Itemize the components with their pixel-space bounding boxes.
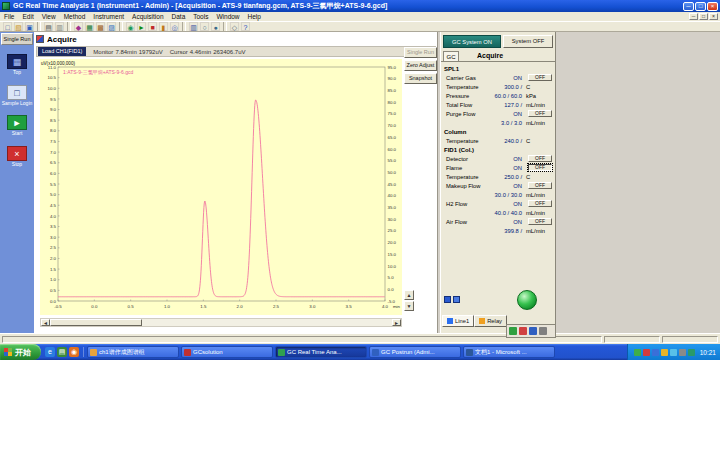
instrument-monitor-icon[interactable]: ▥ — [189, 22, 198, 31]
chromatogram-chart: 0.00.51.01.52.02.53.03.54.04.55.05.56.06… — [40, 59, 402, 315]
menu-file[interactable]: File — [0, 13, 18, 20]
channel-selector[interactable]: Load CH1(FID1) — [38, 47, 86, 56]
panel-tab-line1[interactable]: Line1 — [442, 315, 474, 327]
mdi-restore-button[interactable]: □ — [699, 13, 708, 20]
start-button[interactable]: 开始 — [0, 344, 41, 360]
maximize-button[interactable]: □ — [695, 2, 706, 11]
ime-language-bar[interactable] — [506, 324, 556, 338]
sidebar-item-stop[interactable]: ×Stop — [0, 146, 34, 168]
sidebar-item-start[interactable]: ►Start — [0, 115, 34, 137]
menu-help[interactable]: Help — [244, 13, 265, 20]
snapshot-icon[interactable]: ◎ — [170, 22, 179, 31]
panel-tab-relay[interactable]: Relay — [474, 315, 507, 327]
snapshot-button[interactable]: Snapshot — [404, 73, 437, 84]
new-file-icon[interactable]: □ — [3, 22, 12, 31]
task-app-icon — [90, 349, 97, 356]
close-button[interactable]: × — [707, 2, 718, 11]
title-bar[interactable]: GC Real Time Analysis 1 (Instrument1 - A… — [0, 0, 720, 12]
batch-table-icon[interactable]: ▩ — [96, 22, 105, 31]
param-row: DetectorONOFF — [442, 154, 555, 163]
menu-data[interactable]: Data — [168, 13, 190, 20]
param-air-flow-off-button[interactable]: OFF — [528, 218, 552, 225]
taskbar: 开始 e▤◉ ch1谱作成图谱组GCsolutionGC Real Time A… — [0, 344, 720, 360]
stop-icon[interactable]: ■ — [148, 22, 157, 31]
status-bar — [0, 333, 720, 344]
param-flame-off-button[interactable]: OFF — [528, 164, 552, 171]
menu-tools[interactable]: Tools — [189, 13, 212, 20]
taskbar-task-2[interactable]: GCsolution — [181, 346, 273, 358]
ime-tray-icon — [643, 349, 650, 356]
scale-up-button[interactable]: ▲ — [404, 290, 414, 300]
menu-edit[interactable]: Edit — [18, 13, 37, 20]
start-icon[interactable]: ► — [137, 22, 146, 31]
mdi-close-button[interactable]: × — [709, 13, 718, 20]
chart-horizontal-scrollbar[interactable]: ◄ ► — [40, 318, 402, 327]
ime-keyboard-icon[interactable] — [539, 327, 547, 335]
method-wizard-icon[interactable]: ◆ — [74, 22, 83, 31]
zoom-out-icon[interactable]: ● — [211, 22, 220, 31]
ime-shape-icon[interactable] — [519, 327, 527, 335]
taskbar-task-3[interactable]: GC Real Time Ana... — [275, 346, 367, 358]
open-file-icon[interactable]: ▧ — [14, 22, 23, 31]
sidebar-item-top[interactable]: ▦Top — [0, 54, 34, 76]
menu-window[interactable]: Window — [212, 13, 243, 20]
taskbar-task-5[interactable]: 文档1 - Microsoft ... — [463, 346, 555, 358]
taskbar-task-4[interactable]: GC Postrun (Admi... — [369, 346, 461, 358]
param-makeup-flow-off-button[interactable]: OFF — [528, 182, 552, 189]
zoom-in-icon[interactable]: ○ — [200, 22, 209, 31]
monitor-label: Monitor — [93, 49, 113, 55]
antivirus-tray-icon — [634, 349, 641, 356]
assistant-bar-title[interactable]: Single Run — [1, 33, 33, 45]
gc-system-on-button[interactable]: GC System ON — [443, 35, 501, 48]
param-carrier-gas-off-button[interactable]: OFF — [528, 74, 552, 81]
print-preview-icon[interactable]: ▥ — [55, 22, 64, 31]
zero-adjust-button[interactable]: Zero Adjust — [404, 60, 437, 71]
time-program-mini-icon[interactable] — [444, 296, 451, 303]
scroll-thumb[interactable] — [50, 319, 142, 326]
minimize-button[interactable]: ─ — [683, 2, 694, 11]
sample-login-icon[interactable]: ◉ — [126, 22, 135, 31]
panel-tab-label: Relay — [487, 318, 502, 324]
status-cell-3 — [662, 336, 718, 343]
param-label: Purge Flow — [442, 111, 488, 117]
show-desktop-icon[interactable]: ▤ — [57, 347, 67, 357]
param-label: Temperature — [442, 174, 488, 180]
param-purge-flow-off-button[interactable]: OFF — [528, 110, 552, 117]
taskbar-task-1[interactable]: ch1谱作成图谱组 — [87, 346, 179, 358]
param-value: 240.0 / — [488, 138, 522, 144]
panel-tab-label: Line1 — [455, 318, 469, 324]
help-icon[interactable]: ? — [241, 22, 250, 31]
print-icon[interactable]: ▤ — [44, 22, 53, 31]
gc-parameter-list: SPL1Carrier GasONOFFTemperature300.0 /CP… — [442, 64, 555, 235]
report-icon[interactable]: ▨ — [107, 22, 116, 31]
toolbar: □▧▣▤▥◆▦▩▨◉►■▮◎▥○●◇? — [0, 21, 720, 32]
mdi-minimize-button[interactable]: ─ — [689, 13, 698, 20]
param-h2-flow-off-button[interactable]: OFF — [528, 200, 552, 207]
x-axis-unit-label: min — [393, 304, 401, 309]
ime-punct-icon[interactable] — [529, 327, 537, 335]
param-row: FlameONOFF — [442, 163, 555, 172]
y-axis-tick-label: 3.0 — [50, 235, 57, 240]
param-detector-off-button[interactable]: OFF — [528, 155, 552, 162]
system-off-button[interactable]: System OFF — [503, 35, 553, 48]
media-player-icon[interactable]: ◉ — [69, 347, 79, 357]
scale-down-button[interactable]: ▼ — [404, 301, 414, 311]
save-icon[interactable]: ▣ — [25, 22, 34, 31]
scroll-left-button[interactable]: ◄ — [41, 319, 50, 326]
y2-axis-tick-label: 80.0 — [388, 100, 397, 105]
tab-gc[interactable]: GC — [443, 51, 459, 61]
scroll-right-button[interactable]: ► — [392, 319, 401, 326]
ie-icon[interactable]: e — [45, 347, 55, 357]
menu-acquisition[interactable]: Acquisition — [128, 13, 167, 20]
pause-icon[interactable]: ▮ — [159, 22, 168, 31]
param-value: ON — [488, 201, 522, 207]
system-settings-icon[interactable]: ◇ — [230, 22, 239, 31]
menu-view[interactable]: View — [38, 13, 60, 20]
method-view-icon[interactable]: ▦ — [85, 22, 94, 31]
menu-instrument[interactable]: Instrument — [89, 13, 128, 20]
monitor-mini-icon[interactable] — [453, 296, 460, 303]
param-unit: mL/min — [522, 228, 545, 234]
ime-mode-icon[interactable] — [509, 327, 517, 335]
sidebar-item-sample-login[interactable]: □Sample Login — [0, 85, 34, 107]
menu-method[interactable]: Method — [60, 13, 90, 20]
